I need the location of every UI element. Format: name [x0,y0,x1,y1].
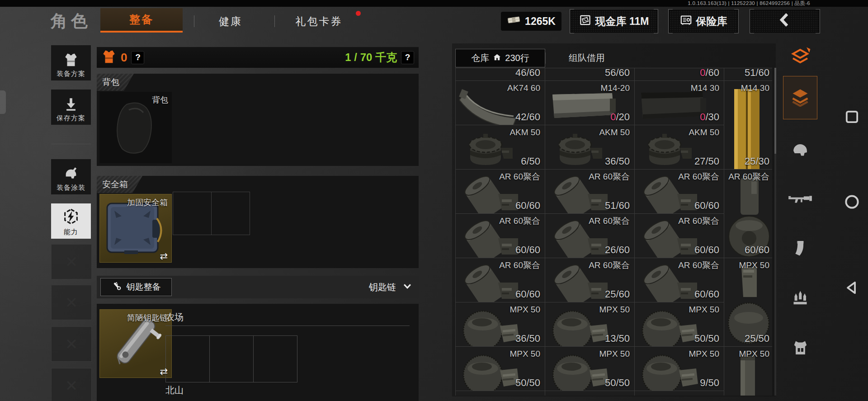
safebox-empty-slot[interactable] [173,192,212,235]
nav-triangle-left-button[interactable] [842,278,862,298]
item-name: M14 30 [741,83,769,93]
storage-item[interactable]: MPX 50 [724,347,772,396]
storage-item[interactable]: AKM 5036/50 [545,125,635,170]
sidebar-button-3[interactable]: 装备涂装 [51,159,91,194]
cash-icon [507,15,521,28]
nav-square-button[interactable] [842,108,862,127]
storage-item[interactable]: AK74 6042/60 [456,81,545,125]
key-empty-slot[interactable] [165,335,210,382]
toolbar-filter-layers-button[interactable] [783,76,817,119]
storage-scrollbar-thumb[interactable] [774,68,776,154]
toolbar-ammo-button[interactable] [783,286,817,311]
storage-item[interactable]: AR 60聚合60/60 [635,214,724,258]
storage-empty-cell [545,391,635,396]
sidebar-empty-slot: ✕ [51,285,92,320]
item-count: 36/50 [515,333,540,344]
storage-item[interactable]: MPX 5013/50 [545,302,635,347]
cash-balance[interactable]: 1265K [501,12,561,31]
armor-vest-icon [101,49,117,66]
storage-item[interactable]: AR 60聚合60/60 [724,170,772,258]
tab-squad-borrow[interactable]: 组队借用 [545,49,628,67]
storage-item[interactable]: 0/60 [635,68,724,81]
weight-help-badge[interactable]: ? [401,51,414,64]
notification-dot [356,11,361,16]
storage-item[interactable]: 56/60 [545,68,635,81]
storage-item[interactable]: AR 60聚合60/60 [635,258,724,302]
key-area-bottom-label: 北山 [165,384,184,396]
key-loadout-button[interactable]: 钥匙整备 [100,278,172,296]
toolbar-helmet-button[interactable] [783,138,817,164]
storage-item[interactable]: MPX 5050/50 [456,347,545,391]
item-count: 27/50 [694,156,719,167]
storage-item[interactable]: AR 60聚合60/60 [456,170,545,214]
storage-item[interactable]: AR 60聚合25/60 [545,258,635,302]
swap-icon[interactable]: ⇄ [160,251,168,262]
warehouse-rows-count: 230行 [505,52,529,64]
backpack-item[interactable]: 背包 [99,92,172,163]
loadout-stats-bar: 0 ? 1 / 70 千克 ? [97,47,419,68]
storage-item[interactable]: MPX 5025/50 [724,258,772,347]
vest-icon [63,52,79,69]
nav-circle-button[interactable] [842,193,862,212]
key-loadout-label: 钥匙整备 [127,281,161,293]
item-count: 60/60 [515,200,540,212]
home-icon [493,53,501,64]
storage-item[interactable]: AKM 5027/50 [635,125,724,170]
cash-vault-button[interactable]: 现金库 11M [571,10,657,33]
storage-item[interactable]: M14-200/20 [545,81,635,125]
safebox-empty-slot[interactable] [211,192,250,235]
toolbar-sort-button[interactable] [783,45,817,69]
storage-item[interactable]: M14 300/30 [635,81,724,125]
key-empty-slot[interactable] [209,335,254,382]
weight-value: 1 / 70 千克 [345,50,397,65]
item-count: 0/30 [700,111,719,123]
storage-item[interactable]: MPX 509/50 [635,347,724,391]
keychain-item[interactable]: 简陋钥匙链 ⇄ [99,309,172,378]
toolbar-rifle-button[interactable] [783,187,817,212]
tab-loadout[interactable]: 整备 [100,8,183,33]
back-icon [777,12,793,30]
storage-item[interactable]: AKM 506/50 [456,125,545,170]
squad-borrow-label: 组队借用 [569,52,605,64]
storage-item[interactable]: AR 60聚合60/60 [456,258,545,302]
keychain-dropdown[interactable]: 钥匙链 [369,276,412,298]
sidebar-button-4[interactable]: 能力 [51,203,91,239]
storage-item[interactable]: AR 60聚合51/60 [545,170,635,214]
item-count: 25/50 [745,333,769,344]
storage-item[interactable]: AR 60聚合26/60 [545,214,635,258]
storage-item[interactable]: MPX 5036/50 [456,302,545,347]
item-name: AR 60聚合 [589,216,630,226]
sidebar-button-2[interactable]: 保存方案 [51,90,91,125]
keychain-item-name: 简陋钥匙链 [127,312,168,323]
insurance-vault-button[interactable]: 保险库 [669,10,738,33]
sidebar-button-label: 装备涂装 [57,184,85,192]
cash-vault-icon [579,14,591,29]
paint-icon [63,166,79,183]
edge-drawer-handle[interactable] [0,90,6,114]
storage-item[interactable]: MPX 5050/50 [635,302,724,347]
storage-item[interactable]: 46/60 [456,68,545,81]
storage-item[interactable]: AR 60聚合60/60 [635,170,724,214]
sort-icon [789,45,811,69]
toolbar-rig-button[interactable] [783,336,817,362]
storage-item[interactable]: MPX 5050/50 [545,347,635,391]
tab-warehouse[interactable]: 仓库 230行 [455,49,545,67]
armor-help-badge[interactable]: ? [131,51,144,64]
key-area-top-label: 农场 [165,311,184,323]
safebox-item[interactable]: 加固安全箱 ⇄ [99,194,172,263]
item-count: 0/20 [610,111,630,123]
tab-gift-coupons[interactable]: 礼包卡券 [284,14,354,29]
toolbar-magazine-button[interactable] [783,237,817,262]
item-name: AKM 50 [599,127,630,137]
item-name: MPX 50 [599,305,630,315]
storage-item[interactable]: 51/60 [724,68,772,81]
storage-item[interactable]: AR 60聚合60/60 [456,214,545,258]
back-button[interactable] [750,10,819,33]
sidebar-button-1[interactable]: 装备方案 [51,45,91,80]
storage-item[interactable]: M14 3025/30 [724,81,772,170]
safebox-section: 安全箱 加固安全箱 ⇄ [97,176,419,268]
tab-health[interactable]: 健康 [206,14,255,29]
key-empty-slot[interactable] [253,335,297,382]
item-name: MPX 50 [739,349,769,359]
swap-icon[interactable]: ⇄ [160,366,168,377]
